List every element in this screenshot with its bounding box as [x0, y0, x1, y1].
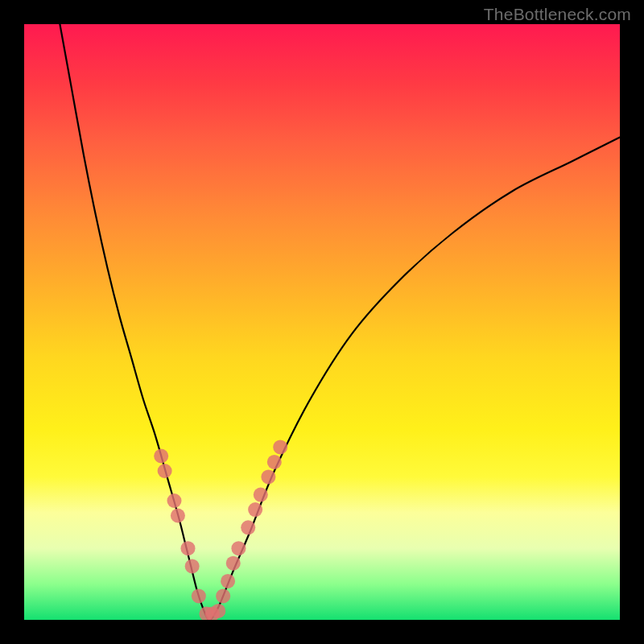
data-marker: [254, 488, 268, 502]
marker-group: [154, 440, 287, 620]
data-marker: [171, 509, 185, 523]
data-marker: [154, 449, 168, 464]
data-marker: [211, 604, 225, 618]
data-marker: [216, 588, 230, 603]
data-marker: [158, 464, 172, 478]
watermark-text: TheBottleneck.com: [484, 5, 631, 24]
curve-layer: [24, 24, 620, 620]
data-marker: [267, 455, 282, 469]
data-marker: [273, 440, 287, 454]
data-marker: [185, 559, 200, 573]
bottleneck-curve: [60, 24, 620, 620]
data-marker: [167, 493, 181, 508]
chart-container: TheBottleneck.com: [0, 0, 644, 644]
plot-area: [24, 24, 620, 620]
data-marker: [221, 574, 235, 588]
data-marker: [181, 541, 196, 555]
data-marker: [261, 469, 275, 484]
data-marker: [226, 556, 241, 571]
data-marker: [192, 588, 206, 603]
data-marker: [231, 541, 246, 555]
data-marker: [248, 502, 262, 517]
data-marker: [241, 520, 255, 535]
